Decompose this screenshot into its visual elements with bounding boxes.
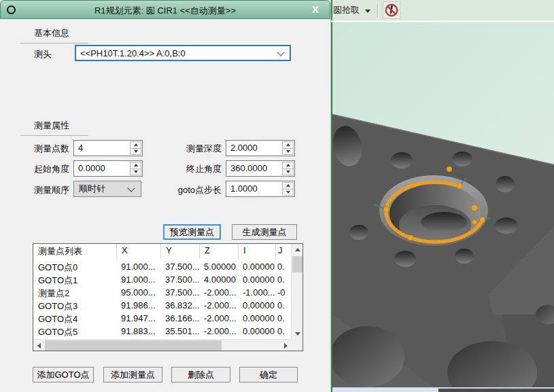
group-measure-props-label: 测量属性 (34, 120, 69, 130)
table-cell: 0.00000 (238, 273, 275, 286)
table-cell: GOTO点1 (33, 273, 116, 286)
table-cell: 0.00000 (275, 260, 285, 273)
chevron-down-icon[interactable] (365, 10, 370, 13)
3d-viewport[interactable] (331, 22, 554, 387)
column-header[interactable]: J (275, 244, 285, 259)
depth-value[interactable]: 2.0000 (226, 141, 281, 156)
spin-up-icon[interactable] (283, 162, 293, 169)
table-row[interactable]: GOTO点391.986...36.832...-2.000...0.00000… (33, 299, 291, 312)
spinner-buttons[interactable] (282, 182, 294, 196)
preview-points-button[interactable]: 预览测量点 (163, 224, 221, 240)
dialog-title: R1规划元素: 圆 CIR1 <<自动测量>> (1, 5, 330, 17)
scroll-down-icon[interactable] (292, 328, 303, 339)
end-angle-label: 终止角度 (163, 163, 222, 175)
measure-points-table[interactable]: 测量点列表XYZIJ GOTO点091.000...37.500...5.000… (33, 243, 303, 351)
order-select[interactable]: 顺时针 (73, 181, 141, 197)
goto-step-stepper[interactable]: 1.0000 (226, 181, 295, 197)
depth-stepper[interactable]: 2.0000 (226, 140, 295, 156)
column-header[interactable]: X (116, 244, 160, 259)
table-cell: 95.000... (116, 286, 160, 299)
table-cell: 91.986... (116, 299, 160, 312)
column-header[interactable]: Z (199, 244, 238, 259)
table-cell: 91.000... (116, 260, 160, 273)
column-header[interactable]: Y (160, 244, 199, 259)
table-cell: 36.166... (160, 312, 199, 325)
table-cell: 0.00000 (238, 260, 275, 273)
table-row[interactable]: GOTO点491.947...36.166...-2.000...0.00000… (33, 312, 291, 325)
point-count-value[interactable]: 4 (74, 141, 129, 156)
table-cell: -1.000... (238, 286, 275, 299)
add-goto-button[interactable]: 添加GOTO点 (33, 367, 94, 382)
table-body[interactable]: GOTO点091.000...37.500...5.000000.000000.… (33, 260, 291, 339)
end-angle-value[interactable]: 360.0000 (226, 161, 281, 176)
table-cell: 测量点2 (33, 286, 116, 299)
start-angle-value[interactable]: 0.0000 (74, 161, 129, 176)
close-icon[interactable]: X (312, 3, 319, 15)
point-count-stepper[interactable]: 4 (73, 140, 143, 156)
probe-label: 测头 (34, 48, 52, 60)
point-count-label: 测量点数 (34, 143, 69, 155)
table-cell: -2.000... (199, 286, 238, 299)
start-angle-stepper[interactable]: 0.0000 (73, 160, 143, 177)
spin-down-icon[interactable] (283, 149, 293, 155)
horizontal-scroll-thumb[interactable] (45, 340, 222, 351)
group-measure-props: 测量属性 (20, 120, 88, 136)
spinner-buttons[interactable] (130, 162, 141, 175)
spin-up-icon[interactable] (283, 142, 293, 149)
viewport-toolbar: 圆拾取 (331, 0, 554, 20)
circle-pick-button[interactable]: 圆拾取 (333, 4, 360, 16)
spin-up-icon[interactable] (131, 142, 141, 149)
goto-step-label: goto点步长 (163, 184, 222, 196)
table-row[interactable]: 测量点295.000...37.500...-2.000...-1.000...… (33, 286, 291, 299)
probe-select[interactable]: <<PH10T.1.20.4>> A:0,B:0 (75, 45, 291, 61)
chevron-down-icon (277, 48, 284, 56)
scroll-right-icon[interactable] (280, 340, 291, 351)
end-angle-stepper[interactable]: 360.0000 (226, 160, 295, 177)
bottom-strip-left (332, 387, 438, 392)
vertical-scrollbar[interactable] (291, 244, 302, 339)
table-cell: 35.501... (160, 325, 199, 338)
table-cell: 0.00000 (275, 299, 285, 312)
table-header: 测量点列表XYZIJ (33, 244, 291, 259)
scroll-up-icon[interactable] (292, 244, 303, 255)
vertical-scroll-thumb[interactable] (292, 256, 302, 272)
ok-button[interactable]: 确定 (239, 367, 298, 382)
group-basic-info: 基本信息 (20, 27, 88, 43)
horizontal-scrollbar[interactable] (33, 339, 291, 351)
table-cell: 37.500... (160, 273, 199, 286)
table-cell: 37.500... (160, 286, 199, 299)
probe-disabled-icon[interactable] (383, 1, 400, 19)
table-cell: GOTO点4 (33, 312, 116, 325)
table-row[interactable]: GOTO点091.000...37.500...5.000000.000000.… (33, 260, 291, 273)
spin-up-icon[interactable] (131, 162, 141, 169)
spin-down-icon[interactable] (131, 149, 141, 155)
column-header[interactable]: I (238, 244, 275, 259)
table-row[interactable]: GOTO点191.000...37.500...4.000000.000000.… (33, 273, 291, 286)
spin-down-icon[interactable] (283, 190, 293, 196)
table-cell: 0.00000 (275, 312, 285, 325)
spinner-buttons[interactable] (282, 141, 294, 155)
table-cell: 0.00000 (275, 325, 285, 338)
table-cell: 37.500... (160, 260, 199, 273)
goto-step-value[interactable]: 1.0000 (226, 181, 281, 196)
3d-scene-svg (332, 22, 554, 387)
spin-down-icon[interactable] (131, 169, 141, 175)
spinner-buttons[interactable] (130, 141, 141, 155)
table-row[interactable]: GOTO点591.883...35.501...-2.000...0.00000… (33, 325, 291, 338)
dialog-titlebar[interactable]: R1规划元素: 圆 CIR1 <<自动测量>> X (0, 0, 330, 19)
start-angle-label: 起始角度 (34, 163, 69, 175)
table-cell: 0.00000 (238, 299, 275, 312)
spinner-buttons[interactable] (282, 162, 294, 175)
add-measure-button[interactable]: 添加测量点 (103, 367, 162, 382)
column-header[interactable]: 测量点列表 (33, 244, 116, 259)
table-cell: 36.832... (160, 299, 199, 312)
table-cell: GOTO点5 (33, 325, 116, 338)
table-cell: -2.000... (199, 312, 238, 325)
delete-point-button[interactable]: 删除点 (171, 367, 230, 382)
spin-up-icon[interactable] (283, 183, 293, 190)
order-value: 顺时针 (79, 183, 105, 195)
table-cell: GOTO点3 (33, 299, 116, 312)
generate-points-button[interactable]: 生成测量点 (232, 224, 297, 240)
scroll-left-icon[interactable] (33, 340, 44, 351)
spin-down-icon[interactable] (283, 169, 293, 175)
